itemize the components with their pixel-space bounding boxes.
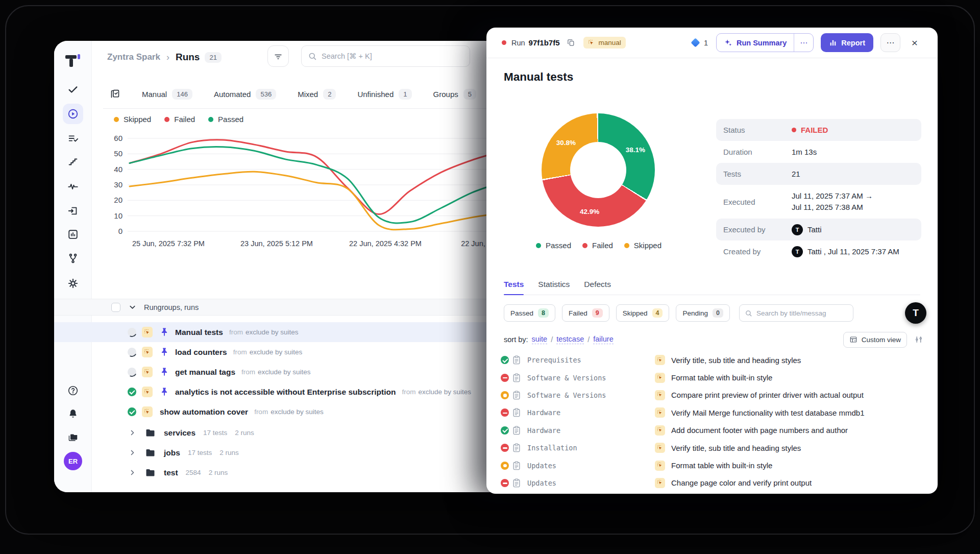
test-results-list: Prerequisites Verify title, sub title an…	[501, 351, 938, 494]
sidebar-item-testplans[interactable]	[63, 128, 83, 149]
run-type-tab[interactable]: Automated 536	[214, 89, 276, 100]
test-row[interactable]: Software & Versions Format table with bu…	[501, 369, 938, 386]
chip-label: Pending	[682, 309, 708, 317]
status-filter-chip[interactable]: Passed 8	[504, 304, 555, 322]
sidebar-item-checks[interactable]	[63, 79, 83, 100]
stairs-icon	[67, 156, 79, 167]
test-search	[739, 304, 853, 322]
drawer-tab[interactable]: Defects	[584, 274, 611, 295]
tab-count-badge: 536	[256, 89, 276, 100]
test-row[interactable]: Updates Change page color and verify pri…	[501, 474, 938, 492]
run-type-tab[interactable]: Mixed 2	[298, 89, 336, 100]
sort-link-suite[interactable]: suite	[532, 335, 548, 344]
pin-icon[interactable]	[161, 327, 168, 337]
detail-text: Tatti	[807, 225, 822, 234]
manual-run-icon	[142, 367, 153, 377]
y-tick: 0	[107, 227, 122, 235]
status-filter-chip[interactable]: Skipped 4	[616, 304, 670, 322]
custom-view-label: Custom view	[862, 336, 901, 344]
pin-icon[interactable]	[161, 387, 168, 397]
custom-view-button[interactable]: Custom view	[843, 332, 907, 348]
test-status-icon	[501, 408, 509, 417]
gem-icon[interactable]	[691, 38, 700, 47]
legend-item: Failed	[582, 241, 613, 250]
chevron-right-icon[interactable]	[129, 429, 136, 436]
runs-trend-chart: 6050403020100 25 Jun, 2025 7:32 PM23 Jun…	[107, 135, 505, 255]
run-status-icon	[128, 407, 136, 416]
run-type-tab[interactable]: Manual 146	[142, 89, 192, 100]
checklist-icon	[110, 89, 120, 100]
run-summary-button[interactable]: Run Summary ⋯	[716, 33, 814, 52]
run-from-value: exclude by suites	[246, 328, 299, 336]
detail-label: Created by	[723, 247, 792, 256]
test-search-input[interactable]	[756, 309, 848, 317]
folder-tests-count: 17 tests	[203, 429, 227, 437]
sidebar-item-import[interactable]	[63, 201, 83, 221]
sidebar-item-settings[interactable]	[63, 273, 83, 294]
test-suite: Hardware	[527, 408, 655, 417]
legend-dot	[536, 243, 541, 248]
run-summary-more-button[interactable]: ⋯	[794, 34, 813, 52]
test-row[interactable]: Software & Versions Compare print previe…	[501, 387, 938, 404]
series-skipped	[130, 172, 503, 230]
test-row[interactable]: Installation Verify title, sub title and…	[501, 439, 938, 456]
run-type-tab[interactable]: Unfinished 1	[357, 89, 411, 100]
drawer-title: Manual tests	[504, 70, 573, 84]
tab-count-badge: 1	[399, 89, 411, 100]
detail-label: Executed	[723, 198, 792, 206]
chip-label: Skipped	[623, 309, 648, 317]
report-button[interactable]: Report	[821, 33, 873, 52]
detail-row: Duration 1m 13s	[716, 141, 921, 163]
y-tick: 50	[107, 149, 122, 158]
list-check-icon	[67, 133, 79, 144]
breadcrumb-project[interactable]: Zyntra Spark	[107, 52, 160, 62]
sidebar-item-analytics[interactable]	[63, 224, 83, 245]
sliders-icon[interactable]	[914, 335, 923, 344]
chevron-down-icon[interactable]	[129, 303, 136, 311]
test-row[interactable]: Updates Format table with built-in style	[501, 456, 938, 474]
test-row[interactable]: Hardware Verify Mail Merge functionality…	[501, 404, 938, 421]
select-all-checkbox[interactable]	[111, 303, 120, 312]
test-row[interactable]: Hardware Add document footer with page n…	[501, 422, 938, 439]
breadcrumb-current: Runs	[176, 52, 200, 63]
chevron-right-icon[interactable]	[129, 449, 136, 456]
copy-icon[interactable]	[567, 38, 575, 47]
sidebar-item-branches[interactable]	[63, 248, 83, 269]
clipboard-icon	[512, 373, 527, 382]
global-search-input[interactable]	[322, 52, 463, 60]
assistant-logo-badge[interactable]: T	[905, 302, 926, 324]
run-type-tab[interactable]: Groups 5	[433, 89, 476, 100]
pin-icon[interactable]	[161, 367, 168, 377]
breadcrumb: Zyntra Spark › Runs 21	[107, 48, 222, 66]
sort-link-testcase[interactable]: testcase	[556, 335, 584, 344]
close-icon[interactable]: ×	[907, 35, 922, 51]
status-filter-chip[interactable]: Failed 9	[562, 304, 609, 322]
folder-tests-count: 17 tests	[188, 449, 212, 456]
run-from-value: exclude by suites	[258, 368, 311, 376]
run-from-value: exclude by suites	[250, 348, 303, 356]
drawer-tab[interactable]: Statistics	[538, 274, 570, 295]
legend-label: Passed	[546, 241, 571, 250]
sidebar-item-runs[interactable]	[63, 104, 83, 124]
sidebar-item-steps[interactable]	[63, 152, 83, 172]
filter-button[interactable]	[267, 45, 289, 67]
chevron-right-icon[interactable]	[129, 469, 136, 476]
test-status-icon	[501, 444, 509, 452]
test-title: Format table with built-in style	[671, 461, 938, 470]
drawer-tab[interactable]: Tests	[504, 274, 524, 295]
sort-by-label: sort by:	[504, 335, 528, 344]
sidebar-item-activity[interactable]	[63, 176, 83, 197]
manual-run-icon	[142, 347, 153, 357]
more-options-button[interactable]: ⋯	[880, 33, 900, 52]
test-row[interactable]	[501, 492, 938, 494]
pin-icon[interactable]	[161, 347, 168, 357]
sort-link-failure[interactable]: failure	[593, 335, 614, 344]
legend-item: Passed	[208, 115, 243, 124]
status-filter-chip[interactable]: Pending 0	[676, 304, 730, 322]
test-row[interactable]: Prerequisites Verify title, sub title an…	[501, 351, 938, 369]
test-title: Verify title, sub title and heading styl…	[671, 356, 938, 365]
app-logo[interactable]	[64, 53, 82, 70]
run-title: Manual tests	[175, 328, 223, 337]
tab-count-badge: 146	[172, 89, 192, 100]
donut-percent-label: 38.1%	[626, 146, 645, 154]
